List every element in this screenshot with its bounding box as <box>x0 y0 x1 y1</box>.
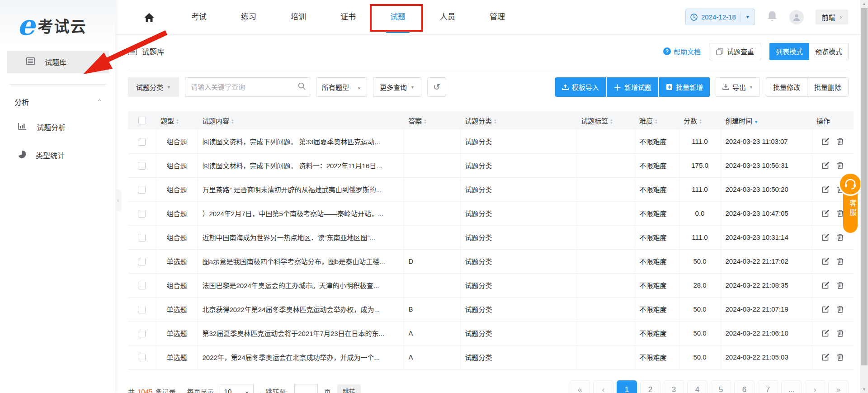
header-content[interactable]: 试题内容▲▼ <box>198 111 404 129</box>
edit-icon[interactable] <box>822 161 830 169</box>
sidebar-item-类型统计[interactable]: 类型统计 <box>0 144 115 166</box>
header-type[interactable]: 题型▲▼ <box>156 111 198 129</box>
duplicate-check-button[interactable]: 试题查重 <box>709 43 761 60</box>
row-checkbox[interactable] <box>138 186 146 194</box>
template-import-button[interactable]: 模板导入 <box>555 77 606 97</box>
delete-icon[interactable] <box>837 305 844 313</box>
edit-icon[interactable] <box>822 257 830 265</box>
more-query-button[interactable]: 更多查询 ▼ <box>373 77 421 97</box>
jump-page-input[interactable] <box>294 384 318 393</box>
edit-icon[interactable] <box>822 353 830 361</box>
add-question-button[interactable]: ＋ 新增试题 <box>607 77 658 97</box>
header-score[interactable]: 分数▲▼ <box>679 111 721 129</box>
prev-page-button[interactable]: ‹ <box>593 380 613 393</box>
refresh-button[interactable]: ↺ <box>427 77 446 97</box>
page-button-5[interactable]: 5 <box>711 380 731 393</box>
row-checkbox[interactable] <box>138 138 146 146</box>
role-switch-button[interactable]: 前端 › <box>816 9 848 24</box>
sidebar-section-analysis[interactable]: 分析 ⌃ <box>0 85 115 110</box>
nav-item-管理[interactable]: 管理 <box>484 0 511 34</box>
batch-delete-button[interactable]: 批量删除 <box>807 77 849 97</box>
edit-icon[interactable] <box>822 233 830 241</box>
batch-edit-button[interactable]: 批量修改 <box>766 77 807 97</box>
row-checkbox[interactable] <box>138 354 146 361</box>
person-icon <box>792 13 801 22</box>
row-checkbox[interactable] <box>138 210 146 218</box>
nav-item-人员[interactable]: 人员 <box>434 0 461 34</box>
table-row: 组合题 法国巴黎是2024年奥运会的主办城市。天津的小明积极查... 试题分类 … <box>128 273 854 297</box>
page-buttons: «‹1234567...›» <box>570 380 849 393</box>
page-ellipsis[interactable]: ... <box>781 380 802 393</box>
page-button-3[interactable]: 3 <box>664 380 684 393</box>
delete-icon[interactable] <box>837 281 844 289</box>
nav-item-试题[interactable]: 试题 <box>384 0 411 34</box>
nav-item-培训[interactable]: 培训 <box>285 0 312 34</box>
first-page-button[interactable]: « <box>570 380 590 393</box>
edit-icon[interactable] <box>822 329 830 337</box>
preview-mode-button[interactable]: 预览模式 <box>809 43 849 60</box>
date-selector[interactable]: 2024-12-18 ▼ <box>685 9 755 25</box>
table-row: 单选题 北京获得2022年第24届冬季奥林匹克运动会举办权，成为... B 试题… <box>128 297 854 321</box>
total-suffix: 条记录 ， <box>155 387 184 393</box>
search-icon[interactable] <box>298 82 306 92</box>
next-page-button[interactable]: › <box>805 380 825 393</box>
user-avatar[interactable] <box>789 10 804 24</box>
scrollbar[interactable]: ▲ ▼ <box>860 0 868 393</box>
header-difficulty[interactable]: 难度▲▼ <box>635 111 679 129</box>
row-checkbox[interactable] <box>138 234 146 241</box>
header-tag[interactable]: 试题标签▲▼ <box>576 111 635 129</box>
cell-difficulty: 不限难度 <box>635 273 679 297</box>
delete-icon[interactable] <box>837 257 844 265</box>
page-button-1[interactable]: 1 <box>617 380 637 393</box>
header-created[interactable]: 创建时间▼ <box>721 111 812 129</box>
edit-icon[interactable] <box>822 209 830 217</box>
notification-bell-icon[interactable] <box>767 10 778 24</box>
page-button-6[interactable]: 6 <box>734 380 755 393</box>
delete-icon[interactable] <box>837 233 844 241</box>
row-checkbox[interactable] <box>138 330 146 337</box>
nav-item-练习[interactable]: 练习 <box>235 0 262 34</box>
delete-icon[interactable] <box>837 209 844 217</box>
delete-icon[interactable] <box>837 329 844 337</box>
page-button-7[interactable]: 7 <box>758 380 778 393</box>
edit-icon[interactable] <box>822 185 830 193</box>
last-page-button[interactable]: » <box>828 380 849 393</box>
scrollbar-thumb[interactable] <box>861 8 868 365</box>
page-button-2[interactable]: 2 <box>640 380 660 393</box>
scroll-down-icon[interactable]: ▼ <box>860 386 868 393</box>
delete-icon[interactable] <box>837 161 844 169</box>
category-filter-dropdown[interactable]: 试题分类 ▼ <box>128 77 179 97</box>
question-type-select[interactable]: 所有题型 ⌄ <box>316 77 367 97</box>
delete-icon[interactable] <box>837 353 844 361</box>
per-page-select[interactable]: 10 ⌄ <box>220 384 254 393</box>
scroll-up-icon[interactable]: ▲ <box>860 0 868 7</box>
nav-item-考试[interactable]: 考试 <box>185 0 212 34</box>
edit-icon[interactable] <box>822 281 830 289</box>
edit-icon[interactable] <box>822 137 830 145</box>
edit-icon[interactable] <box>822 305 830 313</box>
nav-item-证书[interactable]: 证书 <box>335 0 362 34</box>
customer-service-widget[interactable]: 客服 <box>843 183 858 233</box>
row-checkbox[interactable] <box>138 162 146 170</box>
list-mode-button[interactable]: 列表模式 <box>769 43 809 60</box>
export-button[interactable]: 导出 ▼ <box>716 77 760 97</box>
header-answer[interactable]: 答案▲▼ <box>404 111 460 129</box>
jump-button[interactable]: 跳转 <box>337 384 361 393</box>
header-category[interactable]: 试题分类▲▼ <box>460 111 576 129</box>
search-input[interactable] <box>185 77 310 97</box>
plus-square-icon <box>666 84 673 90</box>
delete-icon[interactable] <box>837 137 844 145</box>
row-checkbox[interactable] <box>138 306 146 313</box>
help-doc-link[interactable]: ? 帮助文档 <box>663 47 701 56</box>
batch-add-button[interactable]: 批量新增 <box>659 77 710 97</box>
sidebar-collapse-handle[interactable]: ‹ <box>115 190 121 211</box>
sort-icon: ▲▼ <box>176 119 179 124</box>
row-checkbox[interactable] <box>138 282 146 289</box>
row-checkbox[interactable] <box>138 258 146 265</box>
sidebar-item-试题分析[interactable]: 试题分析 <box>0 116 115 138</box>
sidebar-item-question-bank[interactable]: 试题库 <box>7 51 109 73</box>
cell-category: 试题分类 <box>460 129 576 153</box>
page-button-4[interactable]: 4 <box>687 380 708 393</box>
select-all-checkbox[interactable] <box>138 117 146 124</box>
nav-item-home[interactable] <box>136 0 163 34</box>
